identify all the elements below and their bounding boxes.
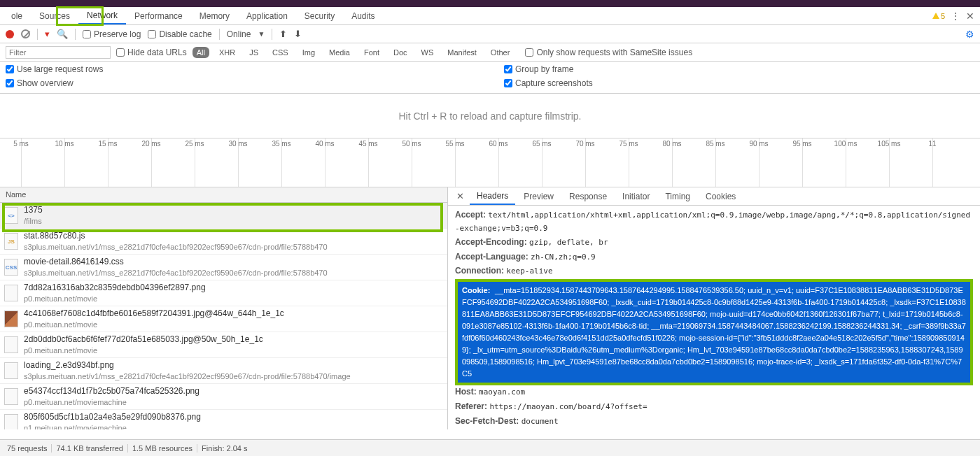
request-row[interactable]: e54374ccf134d1f7b2c5b075a74fca525326.png… bbox=[0, 384, 447, 410]
tab-cookies[interactable]: Cookies bbox=[699, 189, 743, 204]
type-doc[interactable]: Doc bbox=[389, 47, 412, 58]
preserve-log-checkbox[interactable]: Preserve log bbox=[83, 29, 141, 39]
request-domain: s3plus.meituan.net/v1/mss_e2821d7f0cfe4a… bbox=[24, 242, 328, 252]
type-css[interactable]: CSS bbox=[268, 47, 293, 58]
request-row[interactable]: CSSmovie-detail.86416149.csss3plus.meitu… bbox=[0, 255, 447, 280]
type-ws[interactable]: WS bbox=[417, 47, 438, 58]
warnings-count[interactable]: 5 bbox=[932, 12, 945, 20]
type-img[interactable]: Img bbox=[298, 47, 319, 58]
tab-console-trunc[interactable]: ole bbox=[3, 8, 31, 24]
header-sec-fetch-dest: Sec-Fetch-Dest: document bbox=[455, 415, 973, 428]
timeline-label: 105 ms bbox=[878, 140, 901, 148]
timeline-label: 65 ms bbox=[532, 140, 551, 148]
headers-body[interactable]: Accept: text/html,application/xhtml+xml,… bbox=[448, 206, 980, 429]
request-domain: p0.meituan.net/moviemachine bbox=[24, 397, 200, 407]
name-column-header[interactable]: Name bbox=[0, 187, 447, 203]
tab-memory[interactable]: Memory bbox=[191, 8, 238, 24]
type-font[interactable]: Font bbox=[360, 47, 384, 58]
throttling-select[interactable]: Online bbox=[227, 29, 251, 39]
request-row[interactable]: JSstat.88d57c80.jss3plus.meituan.net/v1/… bbox=[0, 229, 447, 255]
timeline-label: 55 ms bbox=[445, 140, 464, 148]
timeline-label: 40 ms bbox=[315, 140, 334, 148]
search-icon[interactable]: 🔍 bbox=[57, 29, 68, 39]
timeline-label: 30 ms bbox=[228, 140, 247, 148]
tab-sources[interactable]: Sources bbox=[31, 8, 78, 24]
request-name: 7dd82a16316ab32c8359debdb04396ef2897.png bbox=[24, 283, 206, 294]
request-row[interactable]: <>1375/films bbox=[0, 203, 447, 229]
request-name: loading_2.e3d934bf.png bbox=[24, 360, 351, 371]
tab-performance[interactable]: Performance bbox=[126, 8, 191, 24]
request-domain: s3plus.meituan.net/v1/mss_e2821d7f0cfe4a… bbox=[24, 268, 328, 278]
upload-har-icon[interactable]: ⬆ bbox=[279, 29, 287, 39]
large-rows-checkbox[interactable]: Use large request rows bbox=[6, 64, 490, 74]
filter-input[interactable] bbox=[6, 46, 111, 59]
type-media[interactable]: Media bbox=[325, 47, 354, 58]
samesite-label: Only show requests with SameSite issues bbox=[536, 48, 692, 57]
timeline-label: 80 ms bbox=[662, 140, 681, 148]
disable-cache-label: Disable cache bbox=[159, 29, 211, 39]
request-name: stat.88d57c80.js bbox=[24, 231, 328, 242]
filter-icon[interactable]: ▾ bbox=[45, 29, 50, 39]
file-type-icon bbox=[4, 336, 18, 353]
request-row[interactable]: 2db0ddb0cf6acb6f6fef77d20fa51e685033.jpg… bbox=[0, 332, 447, 358]
status-requests: 75 requests bbox=[7, 444, 47, 453]
settings-gear-icon[interactable]: ⚙ bbox=[965, 29, 974, 40]
timeline-label: 75 ms bbox=[619, 140, 638, 148]
status-resources: 1.5 MB resources bbox=[132, 444, 192, 453]
timeline-overview[interactable]: 5 ms10 ms15 ms20 ms25 ms30 ms35 ms40 ms4… bbox=[0, 138, 980, 187]
devtools-tabs: ole Sources Network Performance Memory A… bbox=[0, 7, 980, 25]
request-row[interactable]: 7dd82a16316ab32c8359debdb04396ef2897.png… bbox=[0, 280, 447, 306]
more-icon[interactable]: ⋮ bbox=[951, 10, 960, 22]
request-detail-pane: ✕ Headers Preview Response Initiator Tim… bbox=[448, 187, 980, 429]
show-overview-checkbox[interactable]: Show overview bbox=[6, 78, 490, 88]
file-type-icon: JS bbox=[4, 233, 18, 250]
header-accept: Accept: text/html,application/xhtml+xml,… bbox=[455, 208, 973, 234]
type-js[interactable]: JS bbox=[245, 47, 262, 58]
record-button[interactable] bbox=[6, 30, 14, 38]
close-icon[interactable]: ✕ bbox=[966, 10, 974, 22]
timeline-label: 5 ms bbox=[13, 140, 29, 148]
tab-application[interactable]: Application bbox=[238, 8, 296, 24]
window-title-bar bbox=[0, 0, 980, 7]
hide-data-urls-checkbox[interactable]: Hide data URLs bbox=[116, 48, 187, 57]
separator bbox=[37, 29, 38, 40]
separator bbox=[272, 29, 272, 40]
group-frame-checkbox[interactable]: Group by frame bbox=[504, 64, 974, 74]
status-bar: 75 requests 74.1 KB transferred 1.5 MB r… bbox=[0, 439, 980, 456]
header-cookie-highlight: Cookie: __mta=151852934.1587443709643.15… bbox=[455, 279, 973, 385]
show-overview-label: Show overview bbox=[17, 78, 74, 88]
type-xhr[interactable]: XHR bbox=[215, 47, 239, 58]
request-list[interactable]: <>1375/filmsJSstat.88d57c80.jss3plus.mei… bbox=[0, 203, 447, 429]
chevron-down-icon[interactable]: ▼ bbox=[258, 30, 265, 38]
type-other[interactable]: Other bbox=[486, 47, 514, 58]
samesite-checkbox[interactable]: Only show requests with SameSite issues bbox=[525, 48, 692, 57]
request-domain: p0.meituan.net/movie bbox=[24, 320, 284, 329]
warnings-number: 5 bbox=[941, 12, 945, 20]
request-row[interactable]: 805f605d5cf1b1a02a4e3a5e29fd090b8376.png… bbox=[0, 410, 447, 429]
timeline-label: 70 ms bbox=[575, 140, 594, 148]
download-har-icon[interactable]: ⬇ bbox=[294, 29, 302, 39]
tab-initiator[interactable]: Initiator bbox=[615, 189, 657, 204]
tab-response[interactable]: Response bbox=[562, 189, 614, 204]
timeline-label: 11 bbox=[928, 140, 936, 148]
filmstrip-area: Hit Ctrl + R to reload and capture films… bbox=[0, 94, 980, 138]
type-manifest[interactable]: Manifest bbox=[443, 47, 481, 58]
tab-network[interactable]: Network bbox=[78, 8, 126, 24]
header-connection: Connection: keep-alive bbox=[455, 264, 973, 278]
request-row[interactable]: loading_2.e3d934bf.pngs3plus.meituan.net… bbox=[0, 358, 447, 384]
request-domain: /films bbox=[24, 216, 43, 226]
tab-timing[interactable]: Timing bbox=[658, 189, 697, 204]
status-transferred: 74.1 KB transferred bbox=[56, 444, 122, 453]
tab-audits[interactable]: Audits bbox=[343, 8, 383, 24]
close-detail-icon[interactable]: ✕ bbox=[452, 191, 468, 201]
tab-security[interactable]: Security bbox=[296, 8, 343, 24]
type-all[interactable]: All bbox=[192, 47, 209, 58]
preserve-log-label: Preserve log bbox=[94, 29, 141, 39]
disable-cache-checkbox[interactable]: Disable cache bbox=[148, 29, 211, 39]
screenshots-checkbox[interactable]: Capture screenshots bbox=[504, 78, 974, 88]
tab-preview[interactable]: Preview bbox=[517, 189, 561, 204]
clear-button[interactable] bbox=[21, 29, 30, 38]
request-name: 1375 bbox=[24, 205, 43, 216]
tab-headers[interactable]: Headers bbox=[470, 188, 515, 205]
request-row[interactable]: 4c41068ef7608c1d4fbfbe6016e589f7204391.j… bbox=[0, 306, 447, 332]
